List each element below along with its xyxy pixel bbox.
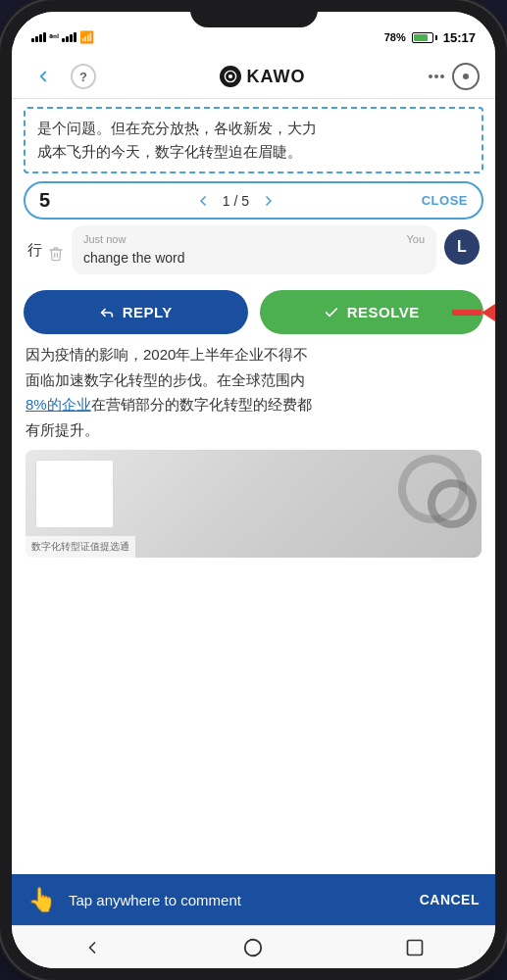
bar2 [35, 36, 38, 42]
dot3 [440, 74, 444, 78]
signal-text-1: ᵃⁿˡ [49, 32, 59, 43]
close-button[interactable]: CLOSE [422, 193, 468, 208]
body-paragraph-1: 因为疫情的影响，2020年上半年企业不得不 面临加速数字化转型的步伐。在全球范围… [25, 342, 482, 442]
bar5 [62, 38, 65, 42]
dot2 [434, 74, 438, 78]
bottom-square-button[interactable] [401, 934, 429, 961]
comment-row-wrapper: 行 Just now [27, 225, 480, 274]
comment-row: Just now You change the word L [48, 225, 480, 274]
bar6 [66, 36, 69, 42]
bar7 [70, 34, 73, 42]
comment-count: 5 [39, 189, 50, 212]
help-label: ? [79, 70, 87, 84]
more-button[interactable] [429, 74, 444, 78]
image-label: 数字化转型证值提选通 [25, 536, 135, 558]
arrow-indicator [452, 299, 495, 326]
nav-left: ? [27, 61, 96, 92]
dashed-line-2: 成本飞升的今天，数字化转型迫在眉睫。 [37, 140, 470, 164]
bar3 [39, 34, 42, 42]
battery-tip [435, 35, 437, 40]
para1: 因为疫情的影响，2020年上半年企业不得不 [25, 342, 482, 368]
comment-meta: Just now You [83, 233, 425, 245]
page-indicator: 1 / 5 [223, 193, 249, 209]
comment-section: 行 Just now [24, 225, 483, 274]
bottom-back-button[interactable] [78, 934, 106, 961]
battery-fill [414, 34, 428, 41]
battery-icon [412, 32, 437, 43]
action-buttons: REPLY RESOLVE [24, 290, 483, 334]
bottom-home-button[interactable] [239, 934, 267, 961]
dashed-text-block: 是个问题。但在充分放热，各收新发，大力 成本飞升的今天，数字化转型迫在眉睫。 [24, 107, 483, 173]
resolve-label: RESOLVE [347, 304, 420, 320]
app-title: KAWO [247, 67, 306, 87]
battery-body [412, 32, 433, 43]
image-area: 数字化转型证值提选通 [25, 450, 482, 558]
comment-text: change the word [83, 250, 185, 266]
hand-icon: 👆 [27, 886, 57, 913]
screen: ᵃⁿˡ 📶 78% 15:17 [12, 12, 495, 968]
notch [190, 0, 318, 27]
para3: 8%的企业在营销部分的数字化转型的经费都 [25, 392, 482, 417]
reply-button[interactable]: REPLY [24, 290, 248, 334]
dashed-line-1: 是个问题。但在充分放热，各收新发，大力 [37, 117, 470, 140]
bottom-comment-bar[interactable]: 👆 Tap anywhere to comment CANCEL [12, 874, 495, 925]
battery-percent: 78% [384, 31, 406, 43]
status-left: ᵃⁿˡ 📶 [31, 30, 94, 44]
side-text: 行 [27, 241, 42, 260]
bar1 [31, 38, 34, 42]
prev-comment-button[interactable] [187, 191, 219, 211]
red-arrow-head [482, 299, 495, 326]
nav-bar: ? KAWO [12, 55, 495, 99]
image-frame [35, 460, 114, 528]
tap-text: Tap anywhere to comment [69, 892, 408, 908]
svg-rect-3 [407, 940, 422, 955]
svg-point-2 [245, 939, 262, 956]
nav-arrows: 1 / 5 [58, 191, 414, 211]
help-button[interactable]: ? [71, 64, 96, 89]
signal-bars-2 [62, 32, 76, 42]
status-right: 78% 15:17 [384, 30, 476, 45]
comment-bubble: Just now You change the word [72, 225, 436, 274]
comment-time: Just now [83, 233, 126, 245]
kawo-logo [220, 66, 241, 87]
para4: 有所提升。 [25, 417, 482, 443]
arrow-shaft [452, 310, 482, 316]
bar4 [43, 32, 46, 42]
comment-author: You [406, 233, 425, 245]
nav-title: KAWO [220, 66, 306, 87]
resolve-button[interactable]: RESOLVE [260, 290, 484, 334]
avatar: L [444, 229, 480, 265]
reply-label: REPLY [123, 304, 173, 320]
para2: 面临加速数字化转型的步伐。在全球范围内 [25, 368, 482, 393]
cancel-button[interactable]: CANCEL [420, 892, 480, 907]
signal-bars-1 [31, 32, 46, 42]
trash-button[interactable] [48, 245, 64, 267]
content-area: 是个问题。但在充分放热，各收新发，大力 成本飞升的今天，数字化转型迫在眉睫。 5… [12, 99, 495, 968]
link-text[interactable]: 8%的企业 [25, 396, 91, 413]
target-button[interactable] [452, 63, 480, 90]
next-comment-button[interactable] [253, 191, 284, 211]
bar8 [74, 32, 76, 42]
bottom-nav [12, 925, 495, 968]
svg-point-1 [228, 74, 231, 78]
nav-right [429, 63, 480, 90]
avatar-letter: L [457, 238, 467, 256]
wifi-icon: 📶 [79, 30, 94, 44]
para3-end: 在营销部分的数字化转型的经费都 [91, 396, 312, 413]
time-display: 15:17 [443, 30, 476, 45]
dot1 [429, 74, 432, 78]
phone-frame: ᵃⁿˡ 📶 78% 15:17 [0, 0, 507, 980]
back-button[interactable] [27, 61, 59, 92]
comment-navigation: 5 1 / 5 CLOSE [24, 181, 483, 220]
